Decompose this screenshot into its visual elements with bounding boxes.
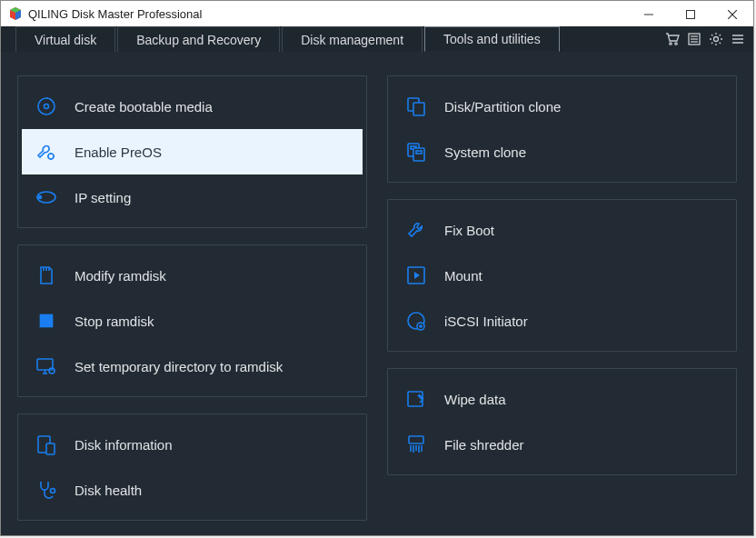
disc-icon bbox=[35, 95, 58, 118]
item-fix-boot[interactable]: Fix Boot bbox=[392, 207, 732, 253]
content-area: Create bootable media Enable PreOS IP se… bbox=[1, 52, 753, 535]
group-boot: Create bootable media Enable PreOS IP se… bbox=[17, 75, 367, 228]
network-icon bbox=[35, 185, 58, 209]
item-label: Create bootable media bbox=[75, 99, 213, 115]
item-label: Disk information bbox=[75, 437, 173, 453]
item-file-shredder[interactable]: File shredder bbox=[392, 422, 732, 467]
drive-info-icon bbox=[35, 433, 58, 456]
group-mount: Fix Boot Mount iSCSI Initiator bbox=[387, 199, 737, 352]
item-create-bootable-media[interactable]: Create bootable media bbox=[22, 84, 363, 129]
wrench-gear-icon bbox=[35, 140, 58, 164]
sdcard-icon bbox=[35, 264, 58, 287]
list-icon[interactable] bbox=[686, 31, 702, 47]
system-clone-icon bbox=[404, 140, 428, 164]
svg-point-21 bbox=[39, 196, 42, 199]
item-label: Stop ramdisk bbox=[75, 314, 154, 329]
item-label: Modify ramdisk bbox=[75, 268, 166, 284]
item-ip-setting[interactable]: IP setting bbox=[22, 174, 363, 220]
svg-point-8 bbox=[675, 43, 677, 45]
svg-rect-45 bbox=[408, 392, 423, 406]
tab-tools-utilities[interactable]: Tools and utilities bbox=[424, 26, 560, 52]
group-wipe: Wipe data File shredder bbox=[387, 368, 737, 475]
globe-icon bbox=[404, 309, 428, 333]
wrench-icon bbox=[404, 218, 428, 242]
svg-rect-47 bbox=[409, 436, 423, 443]
right-column: Disk/Partition clone System clone Fix Bo… bbox=[387, 75, 737, 521]
item-label: Disk/Partition clone bbox=[444, 99, 561, 115]
group-clone: Disk/Partition clone System clone bbox=[387, 75, 737, 183]
item-label: Wipe data bbox=[444, 392, 506, 407]
item-disk-information[interactable]: Disk information bbox=[22, 422, 363, 467]
svg-point-29 bbox=[49, 368, 55, 374]
item-disk-partition-clone[interactable]: Disk/Partition clone bbox=[392, 84, 732, 129]
minimize-button[interactable] bbox=[628, 1, 670, 28]
app-title: QILING Disk Master Professional bbox=[28, 7, 202, 21]
item-label: Set temporary directory to ramdisk bbox=[75, 359, 283, 374]
item-label: iSCSI Initiator bbox=[444, 314, 528, 329]
left-column: Create bootable media Enable PreOS IP se… bbox=[17, 75, 367, 521]
svg-point-13 bbox=[714, 37, 719, 42]
tabbar: Virtual disk Backup and Recovery Disk ma… bbox=[1, 26, 753, 52]
item-disk-health[interactable]: Disk health bbox=[22, 467, 363, 513]
gear-icon[interactable] bbox=[708, 31, 724, 47]
app-window: QILING Disk Master Professional Virtual … bbox=[0, 0, 754, 536]
svg-rect-34 bbox=[413, 103, 424, 115]
shredder-icon bbox=[404, 433, 428, 456]
svg-marker-40 bbox=[414, 272, 420, 279]
window-controls bbox=[628, 1, 753, 28]
maximize-button[interactable] bbox=[670, 1, 711, 28]
svg-point-19 bbox=[48, 154, 54, 159]
item-label: File shredder bbox=[444, 437, 524, 453]
svg-point-18 bbox=[45, 105, 49, 109]
group-ramdisk: Modify ramdisk Stop ramdisk Set temporar… bbox=[17, 244, 367, 397]
item-system-clone[interactable]: System clone bbox=[392, 129, 732, 174]
tab-disk-management[interactable]: Disk management bbox=[282, 26, 423, 52]
svg-point-32 bbox=[51, 489, 55, 493]
stethoscope-icon bbox=[35, 478, 58, 502]
tab-virtual-disk[interactable]: Virtual disk bbox=[15, 26, 115, 52]
menu-icon[interactable] bbox=[730, 31, 746, 47]
close-button[interactable] bbox=[711, 1, 753, 28]
app-icon bbox=[8, 6, 23, 21]
titlebar: QILING Disk Master Professional bbox=[1, 1, 753, 26]
erase-icon bbox=[404, 387, 428, 411]
group-diskinfo: Disk information Disk health bbox=[17, 413, 367, 521]
tab-backup-recovery[interactable]: Backup and Recovery bbox=[117, 26, 280, 52]
stop-icon bbox=[35, 309, 58, 333]
monitor-gear-icon bbox=[35, 354, 58, 378]
item-label: Enable PreOS bbox=[75, 144, 162, 160]
item-set-temp-ramdisk[interactable]: Set temporary directory to ramdisk bbox=[22, 344, 363, 389]
svg-rect-4 bbox=[687, 11, 695, 19]
item-label: IP setting bbox=[75, 190, 131, 205]
svg-rect-25 bbox=[40, 314, 54, 328]
item-label: Mount bbox=[444, 268, 482, 284]
play-icon bbox=[404, 264, 428, 287]
svg-point-17 bbox=[38, 98, 55, 115]
item-stop-ramdisk[interactable]: Stop ramdisk bbox=[22, 298, 363, 344]
svg-rect-37 bbox=[413, 148, 424, 161]
toolbar-icons bbox=[664, 26, 753, 52]
cart-icon[interactable] bbox=[664, 31, 681, 47]
clone-icon bbox=[404, 95, 428, 118]
item-wipe-data[interactable]: Wipe data bbox=[392, 376, 732, 422]
item-label: Disk health bbox=[75, 483, 142, 498]
svg-point-7 bbox=[670, 43, 671, 45]
item-modify-ramdisk[interactable]: Modify ramdisk bbox=[22, 253, 363, 298]
item-enable-preos[interactable]: Enable PreOS bbox=[22, 129, 363, 174]
item-label: Fix Boot bbox=[444, 223, 494, 238]
item-iscsi-initiator[interactable]: iSCSI Initiator bbox=[392, 298, 732, 344]
svg-rect-31 bbox=[46, 443, 55, 454]
item-mount[interactable]: Mount bbox=[392, 253, 732, 298]
item-label: System clone bbox=[444, 144, 526, 160]
